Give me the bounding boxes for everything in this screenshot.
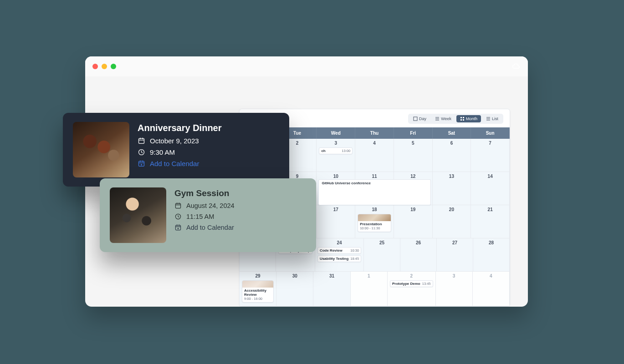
calendar-day-number: 3 — [319, 141, 353, 147]
calendar-event[interactable]: Accessibility Review9:00 - 16:00 — [242, 280, 274, 303]
calendar-event-title: Prototype Demo — [392, 282, 420, 286]
window-zoom-button[interactable] — [111, 64, 116, 69]
calendar-cell[interactable]: 31 — [313, 272, 350, 306]
svg-rect-1 — [460, 117, 462, 118]
calendar-day-number: 14 — [473, 174, 507, 181]
calendar-dow: Fri — [394, 127, 433, 139]
calendar-day-number: 13 — [435, 174, 469, 181]
window-close-button[interactable] — [92, 64, 98, 69]
calendar-day-number: 20 — [435, 207, 469, 214]
calendar-day-number: 30 — [279, 273, 311, 280]
calendar-event-time: 13:00 — [342, 149, 350, 153]
calendar-event-title: ch — [321, 149, 325, 153]
add-to-calendar-button[interactable]: Add to Calendar — [174, 224, 235, 231]
calendar-event-title: Presentation — [360, 222, 389, 226]
calendar-event-title: Usability Testing — [320, 257, 348, 261]
add-to-calendar-button[interactable]: Add to Calendar — [138, 160, 222, 167]
calendar-icon — [138, 137, 145, 145]
calendar-cell[interactable]: 21 — [471, 205, 510, 238]
event-thumbnail — [73, 122, 129, 177]
calendar-cell[interactable]: 4 — [473, 272, 510, 306]
clock-icon — [138, 148, 145, 156]
add-to-calendar-label: Add to Calendar — [186, 224, 234, 231]
calendar-cell[interactable]: 4 — [355, 139, 394, 172]
calendar-cell[interactable]: 24Code Review10:30Usability Testing18:45 — [315, 238, 364, 272]
calendar-event[interactable]: Code Review10:30 — [317, 247, 361, 254]
event-thumbnail — [242, 281, 273, 288]
view-week[interactable]: Week — [431, 115, 455, 122]
calendar-day-number: 21 — [473, 207, 507, 214]
calendar-cell[interactable]: 18Presentation10:00 - 11:30 — [355, 205, 394, 238]
view-list[interactable]: List — [482, 115, 502, 122]
calendar-add-icon — [138, 160, 145, 167]
calendar-day-number: 27 — [439, 240, 471, 247]
window-minimize-button[interactable] — [102, 64, 107, 69]
event-time: 9:30 AM — [150, 148, 175, 156]
calendar-day-number: 28 — [476, 240, 507, 247]
calendar-event-title: Accessibility Review — [244, 288, 271, 297]
event-thumbnail — [358, 214, 391, 221]
calendar-dow: Sun — [471, 127, 510, 139]
calendar-cell[interactable]: 1 — [351, 272, 388, 306]
calendar-dow: Thu — [355, 127, 394, 139]
event-title: Gym Session — [174, 188, 235, 198]
calendar-cell[interactable]: 13 — [433, 172, 471, 205]
calendar-day-number: 19 — [396, 207, 430, 214]
calendar-day-number: 1 — [353, 273, 385, 280]
view-list-label: List — [492, 116, 498, 121]
calendar-event[interactable]: Prototype Demo13:45 — [390, 280, 433, 287]
calendar-cell[interactable]: 19 — [394, 205, 433, 238]
calendar-day-number: 17 — [319, 207, 353, 214]
calendar-day-number: 31 — [316, 273, 348, 280]
calendar-cell[interactable]: 3ch13:00 — [317, 139, 355, 172]
calendar-cell[interactable]: 27 — [437, 238, 473, 272]
svg-rect-5 — [139, 138, 144, 143]
calendar-cell[interactable]: 25 — [364, 238, 400, 272]
view-month-label: Month — [466, 116, 477, 121]
calendar-event-time: 10:00 - 11:30 — [360, 226, 380, 230]
calendar-icon — [174, 202, 182, 209]
cloud-icon — [511, 63, 521, 70]
calendar-event-time: 10:30 — [350, 248, 359, 253]
calendar-cell[interactable]: 6 — [433, 139, 471, 172]
calendar-event-title: Code Review — [320, 248, 343, 253]
view-day-label: Day — [419, 116, 426, 121]
calendar-day-number: 24 — [317, 240, 361, 247]
calendar-day-number: 3 — [438, 273, 470, 280]
event-thumbnail — [110, 187, 166, 243]
calendar-day-number: 6 — [435, 141, 469, 147]
titlebar — [85, 56, 528, 76]
calendar-cell[interactable]: 14 — [471, 172, 510, 205]
calendar-event[interactable]: ch13:00 — [319, 147, 353, 154]
svg-rect-4 — [463, 119, 464, 121]
calendar-day-number: 18 — [358, 207, 391, 214]
calendar-cell[interactable]: 29Accessibility Review9:00 - 16:00 — [240, 272, 276, 306]
event-time-row: 9:30 AM — [138, 148, 222, 156]
calendar-event[interactable]: Usability Testing18:45 — [317, 255, 361, 262]
calendar-cell[interactable]: 26 — [400, 238, 437, 272]
view-week-label: Week — [441, 116, 451, 121]
calendar-cell[interactable]: 2Prototype Demo13:45 — [388, 272, 436, 306]
calendar-event[interactable]: Presentation10:00 - 11:30 — [358, 214, 391, 232]
calendar-day-number: 26 — [403, 240, 434, 247]
calendar-cell[interactable]: 7 — [471, 139, 510, 172]
event-date: October 9, 2023 — [150, 137, 199, 145]
add-to-calendar-label: Add to Calendar — [150, 160, 199, 167]
calendar-day-number: 25 — [366, 240, 398, 247]
svg-rect-8 — [175, 203, 180, 208]
calendar-cell[interactable]: 3 — [436, 272, 473, 306]
calendar-day-number: 29 — [242, 273, 274, 280]
svg-rect-0 — [414, 117, 417, 121]
event-date-row: October 9, 2023 — [138, 137, 222, 145]
calendar-cell[interactable]: 20 — [433, 205, 471, 238]
calendar-cell[interactable]: 28 — [473, 238, 510, 272]
event-date: August 24, 2024 — [186, 202, 235, 209]
calendar-event-span[interactable]: GitHub Universe conference — [318, 179, 430, 205]
calendar-cell[interactable]: 30 — [276, 272, 313, 306]
calendar-cell[interactable]: 5 — [394, 139, 433, 172]
view-month[interactable]: Month — [456, 115, 481, 122]
clock-icon — [174, 213, 182, 220]
calendar-cell[interactable]: 17 — [317, 205, 355, 238]
event-title: Anniversary Dinner — [138, 123, 222, 133]
view-day[interactable]: Day — [409, 115, 430, 122]
